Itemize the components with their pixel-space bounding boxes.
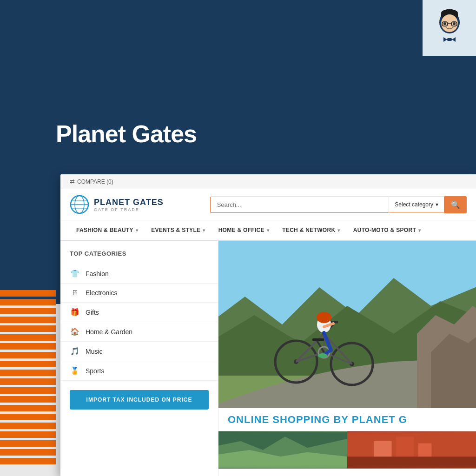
nav-label-auto-moto: AUTO-MOTO & SPORT [353,227,416,233]
svg-rect-35 [312,338,324,341]
sidebar-item-sports[interactable]: 🏅 Sports [60,361,218,381]
sidebar: TOP CATEGORIES 👕 Fashion 🖥 Electronics 🎁… [60,241,218,476]
online-shopping-label: ONLINE SHOPPING BY PLANET G [228,414,407,425]
thumbnail-right[interactable] [347,431,476,469]
nav-chevron-events: ▾ [203,228,205,233]
nav-chevron-auto: ▾ [418,228,421,233]
import-tax-button[interactable]: IMPORT TAX INCLUDED ON PRICE [70,390,209,410]
nav-chevron-tech: ▾ [337,228,340,233]
logo-tagline: GATE OF TRADE [94,207,164,212]
svg-rect-52 [347,456,476,468]
logo-brand-name: PLANET GATES [94,198,164,207]
nav-label-tech-network: TECH & NETWORK [282,227,335,233]
nerd-avatar-icon [433,9,466,46]
search-button[interactable]: 🔍 [444,196,467,213]
hero-svg [218,241,476,408]
sidebar-item-electronics[interactable]: 🖥 Electronics [60,284,218,303]
sidebar-item-music[interactable]: 🎵 Music [60,342,218,361]
nav-chevron-home: ▾ [267,228,269,233]
thumbnail-right-image [347,431,476,469]
main-content: TOP CATEGORIES 👕 Fashion 🖥 Electronics 🎁… [60,241,476,476]
svg-point-42 [318,353,327,358]
search-input[interactable] [210,197,389,213]
nav-label-home-office: HOME & OFFICE [218,227,264,233]
nav-item-home-office[interactable]: HOME & OFFICE ▾ [212,220,276,240]
category-label-music: Music [86,348,103,355]
nav-item-auto-moto[interactable]: AUTO-MOTO & SPORT ▾ [347,220,428,240]
nav-label-fashion-beauty: FASHION & BEAUTY [76,227,133,233]
compare-label[interactable]: COMPARE (0) [77,178,113,185]
hero-image [218,241,476,408]
sidebar-item-home-garden[interactable]: 🏠 Home & Garden [60,322,218,342]
gifts-icon: 🎁 [70,308,80,317]
sidebar-item-fashion[interactable]: 👕 Fashion [60,264,218,284]
sidebar-section-title: TOP CATEGORIES [60,250,218,264]
svg-point-8 [443,22,446,25]
globe-icon [70,195,89,214]
electronics-icon: 🖥 [70,289,80,297]
nav-item-fashion-beauty[interactable]: FASHION & BEAUTY ▾ [70,220,145,240]
fashion-icon: 👕 [70,269,80,278]
search-icon: 🔍 [451,201,460,209]
category-select[interactable]: Select category ▾ [389,197,444,212]
music-icon: 🎵 [70,347,80,356]
orange-stripes-decoration [0,290,56,476]
avatar-box[interactable] [423,0,476,56]
hero-area: ONLINE SHOPPING BY PLANET G [218,241,476,476]
nav-item-tech-network[interactable]: TECH & NETWORK ▾ [276,220,347,240]
website-panel: ⇄ COMPARE (0) PLANET GATES GATE OF TRADE… [60,174,476,476]
logo-text: PLANET GATES GATE OF TRADE [94,198,164,212]
sidebar-item-gifts[interactable]: 🎁 Gifts [60,303,218,322]
category-label-sports: Sports [86,367,104,375]
sports-icon: 🏅 [70,366,80,375]
navigation-bar: FASHION & BEAUTY ▾ EVENTS & STYLE ▾ HOME… [60,220,476,241]
category-label-fashion: Fashion [86,270,109,278]
search-area: Select category ▾ 🔍 [210,196,467,213]
thumbnail-left-image [218,431,347,469]
svg-point-9 [453,22,456,25]
logo-area[interactable]: PLANET GATES GATE OF TRADE [70,195,164,214]
page-title: Planet Gates [56,120,197,148]
online-shopping-bar: ONLINE SHOPPING BY PLANET G [218,408,476,431]
svg-point-38 [317,312,331,323]
home-garden-icon: 🏠 [70,327,80,336]
thumbnail-left[interactable] [218,431,347,469]
compare-icon: ⇄ [70,178,75,185]
site-header: PLANET GATES GATE OF TRADE Select catego… [60,189,476,220]
category-select-label: Select category [395,201,433,208]
svg-rect-12 [447,38,452,41]
nav-chevron-fashion: ▾ [136,228,138,233]
category-label-electronics: Electronics [86,289,117,297]
top-bar: ⇄ COMPARE (0) [60,174,476,189]
svg-marker-10 [443,37,447,42]
chevron-down-icon: ▾ [436,201,438,208]
nav-label-events-style: EVENTS & STYLE [151,227,200,233]
category-label-gifts: Gifts [86,309,99,316]
nav-item-events-style[interactable]: EVENTS & STYLE ▾ [145,220,212,240]
bottom-thumbnails [218,431,476,469]
category-label-home-garden: Home & Garden [86,328,132,336]
svg-marker-11 [452,37,456,42]
